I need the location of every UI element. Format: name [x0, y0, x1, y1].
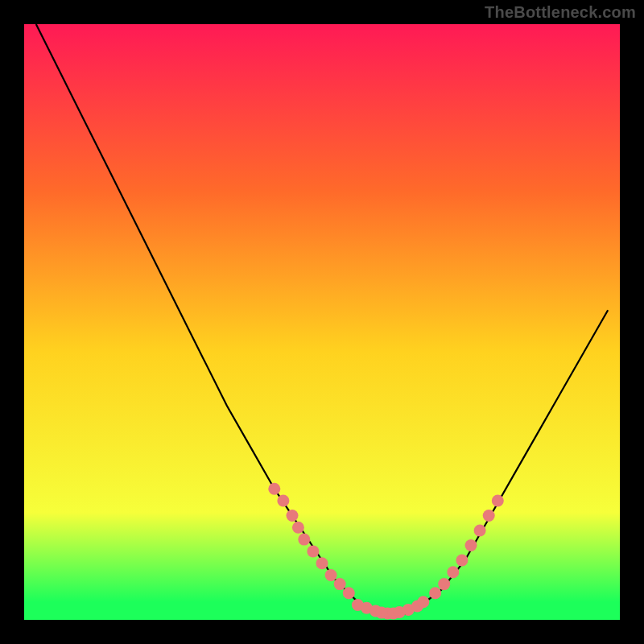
- data-point: [334, 578, 346, 590]
- chart-stage: TheBottleneck.com: [0, 0, 644, 644]
- data-point: [316, 557, 328, 569]
- data-point: [298, 534, 310, 546]
- plot-background: [24, 24, 620, 620]
- data-point: [438, 578, 450, 590]
- data-point: [307, 545, 319, 557]
- data-point: [268, 483, 280, 495]
- data-point: [492, 495, 504, 507]
- data-point: [292, 522, 304, 534]
- data-point: [417, 596, 429, 608]
- data-point: [429, 587, 441, 599]
- bottleneck-chart: [0, 0, 644, 644]
- data-point: [343, 587, 355, 599]
- data-point: [456, 555, 468, 567]
- data-point: [447, 566, 459, 578]
- data-point: [325, 569, 337, 581]
- data-point: [474, 525, 486, 537]
- data-point: [483, 510, 495, 522]
- data-point: [465, 539, 477, 551]
- data-point: [287, 510, 299, 522]
- data-point: [277, 495, 289, 507]
